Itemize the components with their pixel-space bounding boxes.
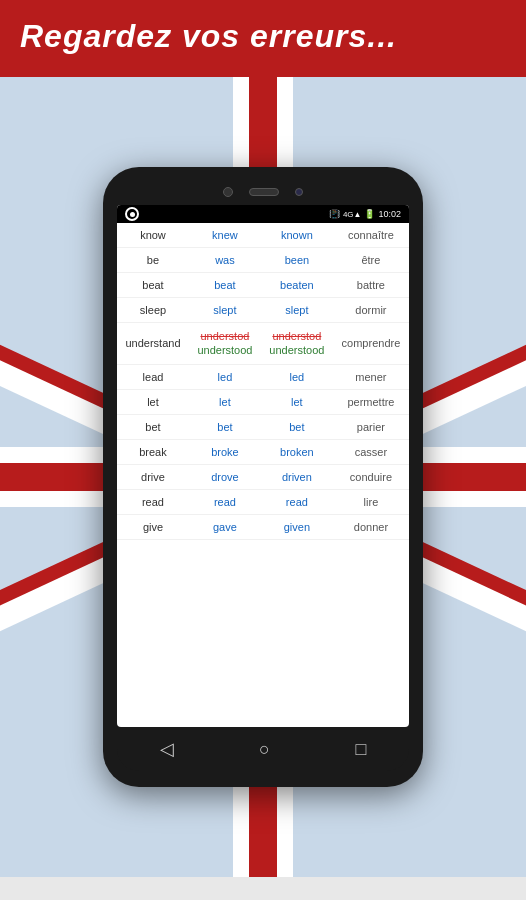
word-past: gave xyxy=(189,514,261,539)
word-past: beat xyxy=(189,273,261,298)
target-icon xyxy=(125,207,139,221)
status-bar: 📳 4G▲ 🔋 10:02 xyxy=(117,205,409,223)
word-past: let xyxy=(189,389,261,414)
table-row: letletletpermettre xyxy=(117,389,409,414)
word-base: give xyxy=(117,514,189,539)
status-left xyxy=(125,207,139,221)
word-french: donner xyxy=(333,514,409,539)
word-base: lead xyxy=(117,364,189,389)
word-past: knew xyxy=(189,223,261,248)
background-area: 📳 4G▲ 🔋 10:02 knowknewknownconnaîtrebewa… xyxy=(0,77,526,877)
word-past: broke xyxy=(189,439,261,464)
phone-top-bar xyxy=(117,181,409,205)
word-past: read xyxy=(189,489,261,514)
table-row: knowknewknownconnaître xyxy=(117,223,409,248)
vibrate-icon: 📳 xyxy=(329,209,340,219)
word-past-participle: beaten xyxy=(261,273,333,298)
word-base: understand xyxy=(117,323,189,365)
word-past-participle: driven xyxy=(261,464,333,489)
word-past: understodunderstood xyxy=(189,323,261,365)
word-past: led xyxy=(189,364,261,389)
word-past: was xyxy=(189,248,261,273)
table-row: understandunderstodunderstoodunderstodun… xyxy=(117,323,409,365)
word-base: let xyxy=(117,389,189,414)
front-sensor xyxy=(295,188,303,196)
word-past-participle: slept xyxy=(261,298,333,323)
phone-bottom-nav: ◁ ○ □ xyxy=(117,727,409,771)
phone-frame: 📳 4G▲ 🔋 10:02 knowknewknownconnaîtrebewa… xyxy=(103,167,423,787)
word-french: parier xyxy=(333,414,409,439)
word-past-participle: led xyxy=(261,364,333,389)
word-past-participle: broken xyxy=(261,439,333,464)
word-past-participle: been xyxy=(261,248,333,273)
word-past: bet xyxy=(189,414,261,439)
word-french: être xyxy=(333,248,409,273)
word-french: mener xyxy=(333,364,409,389)
word-base: sleep xyxy=(117,298,189,323)
table-row: sleepsleptsleptdormir xyxy=(117,298,409,323)
word-past: slept xyxy=(189,298,261,323)
word-base: know xyxy=(117,223,189,248)
table-row: beatbeatbeatenbattre xyxy=(117,273,409,298)
clock: 10:02 xyxy=(378,209,401,219)
word-past-participle: given xyxy=(261,514,333,539)
word-past-participle: read xyxy=(261,489,333,514)
word-french: comprendre xyxy=(333,323,409,365)
word-french: permettre xyxy=(333,389,409,414)
table-row: leadledledmener xyxy=(117,364,409,389)
home-button[interactable]: ○ xyxy=(259,739,270,760)
phone-speaker xyxy=(249,188,279,196)
word-past: drove xyxy=(189,464,261,489)
word-base: bet xyxy=(117,414,189,439)
word-french: dormir xyxy=(333,298,409,323)
word-past-participle: let xyxy=(261,389,333,414)
battery-icon: 🔋 xyxy=(364,209,375,219)
word-past-participle: bet xyxy=(261,414,333,439)
word-base: read xyxy=(117,489,189,514)
front-camera xyxy=(223,187,233,197)
word-french: connaître xyxy=(333,223,409,248)
word-past-participle: understodunderstood xyxy=(261,323,333,365)
table-row: givegavegivendonner xyxy=(117,514,409,539)
word-base: break xyxy=(117,439,189,464)
word-french: casser xyxy=(333,439,409,464)
status-right: 📳 4G▲ 🔋 10:02 xyxy=(329,209,401,219)
back-button[interactable]: ◁ xyxy=(160,738,174,760)
table-row: drivedrovedrivenconduire xyxy=(117,464,409,489)
word-base: drive xyxy=(117,464,189,489)
word-table: knowknewknownconnaîtrebewasbeenêtrebeatb… xyxy=(117,223,409,540)
header-banner: Regardez vos erreurs... xyxy=(0,0,526,77)
word-past-participle: known xyxy=(261,223,333,248)
word-french: battre xyxy=(333,273,409,298)
word-french: lire xyxy=(333,489,409,514)
signal-icon: 4G▲ xyxy=(343,210,362,219)
table-row: betbetbetparier xyxy=(117,414,409,439)
recents-button[interactable]: □ xyxy=(355,739,366,760)
word-base: be xyxy=(117,248,189,273)
header-title: Regardez vos erreurs... xyxy=(20,18,397,55)
table-row: breakbrokebrokencasser xyxy=(117,439,409,464)
word-base: beat xyxy=(117,273,189,298)
phone-screen: 📳 4G▲ 🔋 10:02 knowknewknownconnaîtrebewa… xyxy=(117,205,409,727)
table-row: bewasbeenêtre xyxy=(117,248,409,273)
word-french: conduire xyxy=(333,464,409,489)
table-row: readreadreadlire xyxy=(117,489,409,514)
